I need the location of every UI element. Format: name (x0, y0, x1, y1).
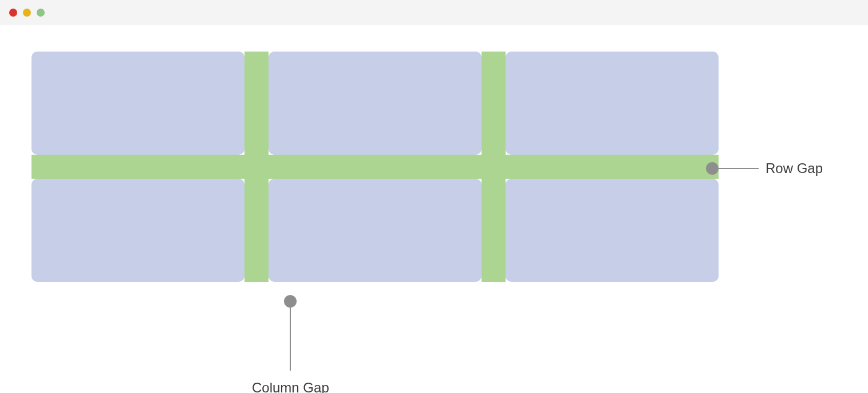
grid-cell (269, 52, 482, 155)
column-gap-band (482, 52, 506, 282)
css-grid (31, 52, 719, 282)
grid-cell (269, 179, 482, 282)
column-gap-label: Column Gap (252, 380, 329, 393)
grid-cell (31, 52, 244, 155)
grid-cell (506, 52, 719, 155)
close-icon[interactable] (9, 9, 17, 17)
callout-line (290, 308, 291, 371)
grid-container (31, 52, 719, 282)
grid-cell (31, 179, 244, 282)
column-gap-band (244, 52, 269, 282)
grid-cell (506, 179, 719, 282)
callout-dot-icon (284, 295, 297, 308)
callout-dot-icon (706, 162, 719, 175)
diagram-canvas: Row Gap Column Gap (0, 25, 868, 393)
callout-line (719, 168, 759, 169)
window-titlebar (0, 0, 868, 25)
minimize-icon[interactable] (23, 9, 31, 17)
zoom-icon[interactable] (37, 9, 45, 17)
column-gap-callout: Column Gap (252, 301, 329, 393)
row-gap-label: Row Gap (766, 160, 823, 176)
row-gap-callout: Row Gap (712, 160, 823, 176)
